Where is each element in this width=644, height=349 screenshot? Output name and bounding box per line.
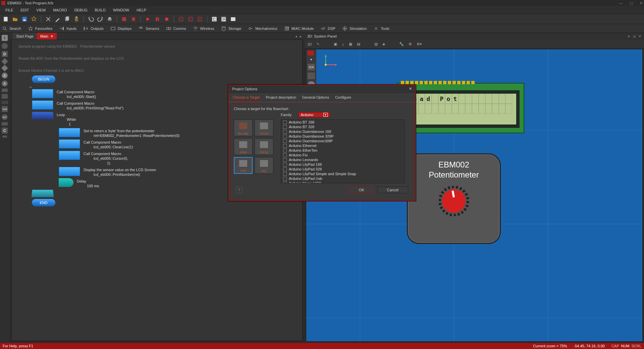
- rail-shape2-icon[interactable]: [2, 122, 8, 126]
- edit-button[interactable]: [54, 15, 61, 23]
- tab-close-icon[interactable]: ✕: [50, 34, 53, 39]
- scene-snap-icon[interactable]: ▦: [349, 42, 352, 46]
- scene-wrench-icon[interactable]: 🔧: [399, 42, 404, 46]
- checkbox-icon[interactable]: [283, 149, 287, 152]
- step-out-button[interactable]: [196, 15, 204, 23]
- board-item[interactable]: Arduino BT 168: [281, 120, 405, 124]
- board-item[interactable]: Arduino Duemilanove 168: [281, 129, 405, 134]
- scene-cube-icon[interactable]: ◈: [382, 42, 385, 46]
- checkbox-icon[interactable]: [283, 172, 287, 176]
- family-select[interactable]: Arduino▾: [298, 112, 330, 117]
- checkbox-icon[interactable]: [283, 139, 287, 143]
- menu-edit[interactable]: EDIT: [17, 7, 32, 13]
- scene-gear-icon[interactable]: ⚙: [409, 42, 412, 46]
- checkbox-icon[interactable]: [283, 167, 287, 171]
- scene-group1-icon[interactable]: ▣: [334, 42, 337, 46]
- maximize-button[interactable]: ▢: [630, 1, 633, 5]
- board-item[interactable]: Arduino Duemilanove 328P: [281, 134, 405, 139]
- rail-comment-icon[interactable]: [2, 136, 7, 138]
- scene-3d-label[interactable]: 3D: [307, 42, 312, 46]
- copy-button[interactable]: [63, 15, 71, 23]
- comp-favourites[interactable]: Favourites: [28, 26, 52, 31]
- flow-begin[interactable]: BEGIN: [32, 76, 55, 83]
- comp-dsp[interactable]: DSP: [320, 26, 335, 31]
- panel-close-icon[interactable]: ✕: [638, 34, 641, 39]
- comp-search[interactable]: Search: [2, 26, 21, 31]
- checkbox-icon[interactable]: [283, 158, 287, 162]
- rail-bars-icon[interactable]: [2, 101, 8, 104]
- rail-d-icon[interactable]: D: [2, 51, 8, 57]
- board-item[interactable]: Arduino Fio: [281, 153, 405, 157]
- paste-button[interactable]: [73, 15, 80, 23]
- open-button[interactable]: [11, 15, 19, 23]
- binary-button[interactable]: 10: [220, 15, 227, 23]
- panel-pin-icon[interactable]: ⇲: [633, 34, 636, 39]
- chip-nochip[interactable]: No chip: [234, 119, 253, 136]
- comp-outputs[interactable]: Outputs: [83, 26, 104, 31]
- board-item[interactable]: Arduino Ethernet: [281, 143, 405, 148]
- board-item[interactable]: Arduino Mega 1280: [281, 181, 405, 183]
- window-icon[interactable]: [229, 15, 237, 23]
- checkbox-icon[interactable]: [283, 125, 287, 129]
- scene-palette-btn1[interactable]: [308, 72, 315, 79]
- comp-miac[interactable]: MMIAC Module: [284, 26, 314, 31]
- board-item[interactable]: Arduino EtherTen: [281, 148, 405, 153]
- print-button[interactable]: [106, 15, 113, 23]
- scene-pointer-icon[interactable]: ↖: [317, 42, 320, 46]
- cut-button[interactable]: [45, 15, 52, 23]
- tab-start[interactable]: Start Page: [13, 33, 37, 40]
- rail-decision2-icon[interactable]: [1, 65, 8, 71]
- chip-pic[interactable]: PIC: [255, 157, 273, 174]
- ok-button[interactable]: OK: [349, 187, 374, 193]
- chip-arm[interactable]: ARM: [234, 138, 253, 155]
- step-over-button[interactable]: [187, 15, 194, 23]
- checkbox-icon[interactable]: [283, 135, 287, 138]
- scene-camera-icon[interactable]: ⌂: [342, 42, 344, 46]
- new-button[interactable]: [2, 15, 9, 23]
- menu-help[interactable]: HELP: [133, 7, 150, 13]
- potentiometer-component[interactable]: EBM002 Potentiometer: [407, 153, 501, 244]
- checkbox-icon[interactable]: [283, 163, 287, 166]
- play-button[interactable]: [144, 15, 152, 23]
- rail-circle2-icon[interactable]: A: [2, 81, 8, 87]
- dialog-close-icon[interactable]: ✕: [409, 87, 412, 91]
- comp-wireless[interactable]: Wireless: [193, 26, 214, 31]
- menu-build[interactable]: BUILD: [92, 7, 109, 13]
- checkbox-icon[interactable]: [283, 130, 287, 134]
- chip-pic32[interactable]: PIC32: [255, 138, 273, 155]
- board-item[interactable]: Arduino Duemilanove168P: [281, 139, 405, 143]
- board-item[interactable]: Arduino LilyPad 168: [281, 162, 405, 167]
- compile-chip-button[interactable]: [130, 15, 137, 23]
- dlg-tab-configure[interactable]: Configure: [334, 95, 352, 102]
- build-button[interactable]: [120, 15, 128, 23]
- favourite-button[interactable]: [30, 15, 38, 23]
- menu-macro[interactable]: MACRO: [50, 7, 70, 13]
- scene-rec-icon[interactable]: ▤: [357, 42, 360, 46]
- dialog-help-button[interactable]: ?: [236, 187, 243, 193]
- flow-end[interactable]: END: [32, 199, 55, 206]
- redo-button[interactable]: [97, 15, 104, 23]
- boards-list[interactable]: Arduino BT 168Arduino BT 328Arduino Duem…: [281, 119, 405, 183]
- pause-button[interactable]: [154, 15, 161, 23]
- board-item[interactable]: Arduino BT 328: [281, 124, 405, 129]
- menu-window[interactable]: WINDOW: [110, 7, 132, 13]
- c-code-button[interactable]: C: [211, 15, 218, 23]
- rail-oval-icon[interactable]: [2, 43, 8, 49]
- comp-mechatronics[interactable]: Mechatronics: [248, 26, 277, 31]
- step-into-button[interactable]: [177, 15, 185, 23]
- dlg-tab-desc[interactable]: Project description: [265, 95, 297, 102]
- rail-int-icon[interactable]: INT: [2, 114, 8, 120]
- board-item[interactable]: Arduino LilyPad Usb: [281, 176, 405, 181]
- lcd-component[interactable]: ReadPot: [397, 83, 524, 133]
- board-item[interactable]: Arduino Leonardo: [281, 157, 405, 162]
- rail-trap-icon[interactable]: [2, 89, 8, 92]
- menu-file[interactable]: FILE: [2, 7, 16, 13]
- checkbox-icon[interactable]: [283, 153, 287, 157]
- checkbox-icon[interactable]: [283, 120, 287, 124]
- rail-sim-icon[interactable]: SIM: [2, 106, 8, 112]
- chip-avr[interactable]: AVR: [234, 157, 253, 174]
- tab-prev-icon[interactable]: ◂: [295, 34, 297, 39]
- rail-text-icon[interactable]: I: [2, 35, 8, 41]
- checkbox-icon[interactable]: [283, 144, 287, 148]
- stop-button[interactable]: [163, 15, 170, 23]
